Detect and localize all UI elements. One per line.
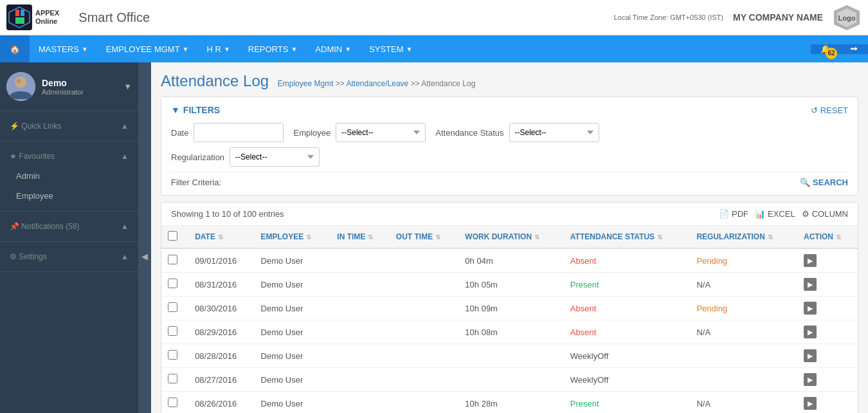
attendance-status-select[interactable]: --Select-- <box>509 123 599 142</box>
cell-work-duration-3: 10h 08m <box>458 320 563 344</box>
breadcrumb: Employee Mgmt >> Attendance/Leave >> Att… <box>278 79 476 88</box>
cell-employee-1: Demo User <box>255 273 331 297</box>
table-row: 08/29/2016 Demo User 10h 08m Absent N/A … <box>161 320 858 344</box>
action-button-3[interactable]: ▶ <box>804 326 817 338</box>
cell-work-duration-1: 10h 05m <box>458 273 563 297</box>
sidebar-user: Demo Administrator ▼ <box>0 62 138 111</box>
nav-home-button[interactable]: 🏠 <box>0 35 30 62</box>
svg-point-9 <box>15 77 26 88</box>
cell-work-duration-6: 10h 28m <box>458 392 563 414</box>
cell-work-duration-4 <box>458 344 563 368</box>
reset-button[interactable]: ↺ RESET <box>811 106 848 115</box>
table-row: 08/31/2016 Demo User 10h 05m Present N/A… <box>161 273 858 297</box>
row-checkbox-2[interactable] <box>168 302 177 312</box>
col-regularization: REGULARIZATION⇅ <box>690 226 797 248</box>
cell-out-time-4 <box>390 344 459 368</box>
cell-in-time-2 <box>330 297 389 320</box>
sidebar-item-admin[interactable]: Admin <box>0 166 138 186</box>
table-card: Showing 1 to 10 of 100 entries 📄 PDF 📊 E… <box>161 202 858 413</box>
user-name: Demo <box>42 78 117 88</box>
user-role: Administrator <box>42 88 117 96</box>
search-button[interactable]: 🔍 SEARCH <box>800 178 848 187</box>
attendance-status-filter-group: Attendance Status --Select-- <box>435 123 599 142</box>
attendance-table: DATE⇅ EMPLOYEE⇅ IN TIME⇅ OUT TIME⇅ WORK … <box>161 226 858 413</box>
sidebar-collapse-handle[interactable]: ◀ <box>138 62 151 413</box>
pdf-button[interactable]: 📄 PDF <box>719 209 748 219</box>
sidebar-favourites[interactable]: ★ Favourites ▲ <box>0 147 138 166</box>
sidebar-notifications[interactable]: 📌 Notifications (58) ▲ <box>0 217 138 236</box>
select-all-checkbox[interactable] <box>168 231 177 241</box>
nav-bar: 🏠 MASTERS▼ EMPLOYEE MGMT▼ H R▼ REPORTS▼ … <box>0 35 868 62</box>
pdf-icon: 📄 <box>719 209 729 219</box>
cell-out-time-0 <box>390 248 459 273</box>
nav-logout-button[interactable]: ⮕ <box>840 44 868 54</box>
cell-action-0: ▶ <box>797 248 858 273</box>
app-logo: APPEX Online <box>6 5 59 30</box>
nav-reports[interactable]: REPORTS▼ <box>239 35 307 62</box>
action-button-1[interactable]: ▶ <box>804 278 817 291</box>
breadcrumb-employee-mgmt[interactable]: Employee Mgmt <box>278 79 334 88</box>
cell-regularization-0: Pending <box>690 248 797 273</box>
page-header: Attendance Log Employee Mgmt >> Attendan… <box>161 72 858 90</box>
row-checkbox-6[interactable] <box>168 398 177 407</box>
cell-attendance-status-5: WeeklyOff <box>564 368 691 392</box>
cell-date-2: 08/30/2016 <box>188 297 254 320</box>
cell-action-3: ▶ <box>797 320 858 344</box>
cell-regularization-1: N/A <box>690 273 797 297</box>
employee-select[interactable]: --Select-- <box>336 123 426 142</box>
sidebar-settings[interactable]: ⚙ Settings ▲ <box>0 247 138 266</box>
cell-action-6: ▶ <box>797 392 858 414</box>
entries-count: Showing 1 to 10 of 100 entries <box>171 209 284 219</box>
date-input[interactable] <box>194 123 284 142</box>
excel-button[interactable]: 📊 EXCEL <box>755 209 795 219</box>
cell-in-time-1 <box>330 273 389 297</box>
nav-employee-mgmt[interactable]: EMPLOYEE MGMT▼ <box>97 35 198 62</box>
cell-attendance-status-2: Absent <box>564 297 691 320</box>
cell-action-5: ▶ <box>797 368 858 392</box>
svg-rect-3 <box>21 10 24 16</box>
row-checkbox-1[interactable] <box>168 279 177 288</box>
row-checkbox-0[interactable] <box>168 255 177 264</box>
sidebar-quick-links[interactable]: ⚡ Quick Links ▲ <box>0 116 138 136</box>
filter-criteria-label: Filter Criteria: <box>171 178 221 187</box>
nav-hr[interactable]: H R▼ <box>198 35 239 62</box>
col-in-time: IN TIME⇅ <box>330 226 389 248</box>
action-button-4[interactable]: ▶ <box>804 349 817 362</box>
nav-system[interactable]: SYSTEM▼ <box>360 35 421 62</box>
cell-date-1: 08/31/2016 <box>188 273 254 297</box>
action-button-5[interactable]: ▶ <box>804 373 817 386</box>
cell-employee-5: Demo User <box>255 368 331 392</box>
row-checkbox-3[interactable] <box>168 326 177 336</box>
cell-work-duration-2: 10h 09m <box>458 297 563 320</box>
filters-title: ▼ FILTERS <box>171 105 220 115</box>
attendance-status-label: Attendance Status <box>435 128 503 138</box>
svg-rect-4 <box>15 17 24 24</box>
filters-panel: ▼ FILTERS ↺ RESET Date Employee --Select… <box>161 96 858 196</box>
cell-out-time-5 <box>390 368 459 392</box>
cell-date-6: 08/26/2016 <box>188 392 254 414</box>
nav-bell-button[interactable]: 🔔 62 <box>811 44 840 54</box>
column-button[interactable]: ⚙ COLUMN <box>802 209 848 219</box>
nav-masters[interactable]: MASTERS▼ <box>30 35 97 62</box>
action-button-6[interactable]: ▶ <box>804 397 817 410</box>
sidebar-item-employee[interactable]: Employee <box>0 186 138 206</box>
row-checkbox-5[interactable] <box>168 374 177 383</box>
col-attendance-status: ATTENDANCE STATUS⇅ <box>564 226 691 248</box>
regularization-select[interactable]: --Select-- <box>230 147 320 167</box>
row-checkbox-4[interactable] <box>168 350 177 360</box>
main-content: Attendance Log Employee Mgmt >> Attendan… <box>151 62 868 413</box>
action-button-0[interactable]: ▶ <box>804 254 817 267</box>
cell-employee-0: Demo User <box>255 248 331 273</box>
action-button-2[interactable]: ▶ <box>804 302 817 315</box>
breadcrumb-attendance-leave[interactable]: Attendance/Leave <box>347 79 409 88</box>
bell-badge: 62 <box>826 48 837 59</box>
cell-attendance-status-4: WeeklyOff <box>564 344 691 368</box>
sidebar-favourites-section: ★ Favourites ▲ Admin Employee <box>0 142 138 212</box>
nav-admin[interactable]: ADMIN▼ <box>306 35 360 62</box>
sidebar-quick-links-section: ⚡ Quick Links ▲ <box>0 111 138 142</box>
cell-employee-2: Demo User <box>255 297 331 320</box>
app-title: Smart Office <box>78 10 150 25</box>
table-row: 09/01/2016 Demo User 0h 04m Absent Pendi… <box>161 248 858 273</box>
cell-in-time-0 <box>330 248 389 273</box>
cell-work-duration-5 <box>458 368 563 392</box>
